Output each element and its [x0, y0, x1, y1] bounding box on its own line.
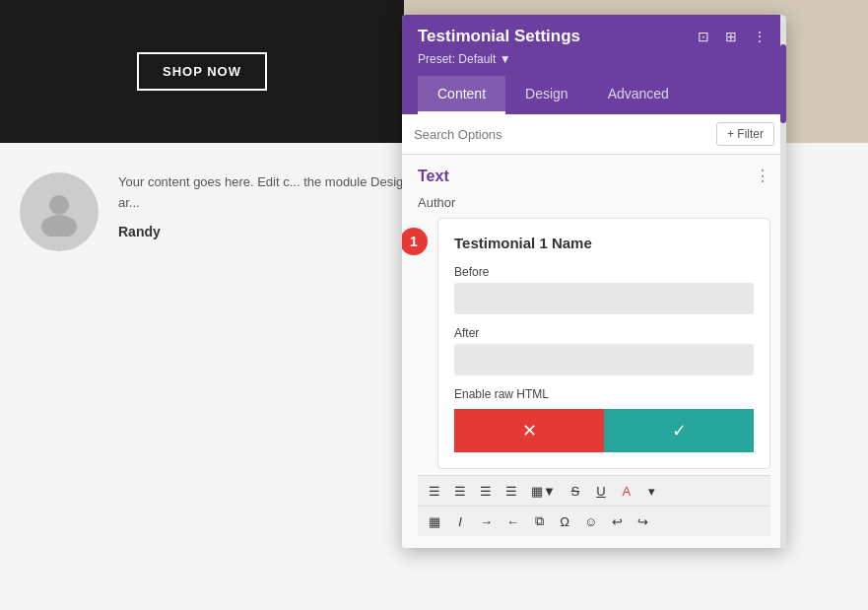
after-label: After: [454, 326, 754, 340]
strikethrough-button[interactable]: S: [565, 480, 586, 502]
redo-button[interactable]: ↪: [632, 510, 653, 532]
settings-panel: Testimonial Settings ⊡ ⊞ ⋮ Preset: Defau…: [402, 15, 786, 548]
search-row: + Filter: [402, 114, 786, 155]
inner-modal-title: Testimonial 1 Name: [454, 235, 754, 251]
cancel-button[interactable]: ✕: [454, 409, 604, 452]
panel-body: Text ⋮ Author 1 Testimonial 1 Name Befor…: [402, 155, 786, 548]
filter-button[interactable]: + Filter: [716, 122, 774, 146]
tab-advanced[interactable]: Advanced: [588, 76, 689, 114]
align-center-button[interactable]: ☰: [449, 480, 471, 502]
inner-modal: Testimonial 1 Name Before After Enable r…: [437, 218, 770, 469]
shop-now-button[interactable]: SHOP NOW: [137, 52, 267, 91]
fullscreen-button[interactable]: ⧉: [528, 510, 550, 532]
align-justify-button[interactable]: ☰: [501, 480, 522, 502]
underline-button[interactable]: U: [590, 480, 612, 502]
before-label: Before: [454, 265, 754, 279]
indent-button[interactable]: →: [475, 510, 498, 532]
section-header: Text ⋮: [418, 167, 770, 185]
scrollbar-thumb[interactable]: [780, 44, 786, 123]
action-bar: ✕ ✓: [454, 409, 754, 452]
more-options-icon[interactable]: ⋮: [749, 27, 770, 46]
panel-header: Testimonial Settings ⊡ ⊞ ⋮ Preset: Defau…: [402, 15, 786, 114]
align-left-button[interactable]: ☰: [424, 480, 445, 502]
shop-now-area: SHOP NOW: [0, 0, 404, 143]
font-color-button[interactable]: A: [616, 480, 637, 502]
step-1-badge: 1: [402, 228, 428, 255]
toolbar-row-1: ☰ ☰ ☰ ☰ ▦▼ S U A ▾: [418, 475, 770, 506]
after-input[interactable]: [454, 344, 754, 375]
svg-point-0: [49, 195, 69, 215]
tab-content[interactable]: Content: [418, 76, 505, 114]
outdent-button[interactable]: ←: [501, 510, 524, 532]
table-button[interactable]: ▦▼: [526, 480, 561, 502]
special-insert-button[interactable]: ▦: [424, 510, 445, 532]
expand-icon[interactable]: ⊡: [694, 27, 713, 46]
avatar: [20, 172, 99, 251]
search-input[interactable]: [414, 127, 716, 142]
columns-icon[interactable]: ⊞: [721, 27, 741, 46]
panel-title: Testimonial Settings: [418, 27, 580, 46]
italic-button[interactable]: I: [449, 510, 471, 532]
undo-button[interactable]: ↩: [606, 510, 628, 532]
panel-tabs: Content Design Advanced: [418, 76, 770, 114]
before-input[interactable]: [454, 283, 754, 314]
font-color-arrow-button[interactable]: ▾: [641, 480, 663, 502]
panel-header-icons: ⊡ ⊞ ⋮: [694, 27, 770, 46]
author-label: Author: [418, 195, 770, 210]
svg-point-1: [41, 215, 77, 237]
toolbar-row-2: ▦ I → ← ⧉ Ω ☺ ↩ ↪: [418, 506, 770, 536]
confirm-button[interactable]: ✓: [604, 409, 754, 452]
section-title: Text: [418, 168, 449, 185]
emoji-button[interactable]: ☺: [579, 510, 602, 532]
align-right-button[interactable]: ☰: [475, 480, 497, 502]
section-options-button[interactable]: ⋮: [755, 167, 770, 185]
special-chars-button[interactable]: Ω: [554, 510, 575, 532]
raw-html-label: Enable raw HTML: [454, 387, 754, 401]
tab-design[interactable]: Design: [505, 76, 588, 114]
preset-selector[interactable]: Preset: Default ▼: [418, 52, 770, 66]
scrollbar-track: [780, 15, 786, 548]
panel-header-top: Testimonial Settings ⊡ ⊞ ⋮: [418, 27, 770, 46]
